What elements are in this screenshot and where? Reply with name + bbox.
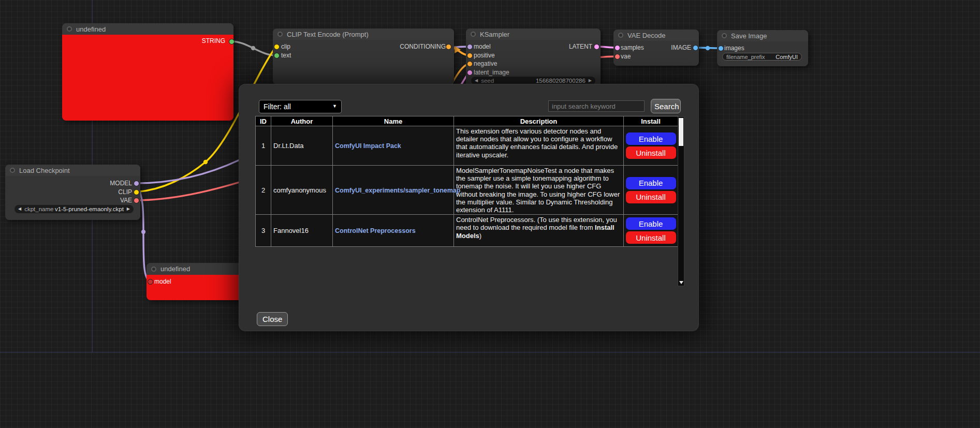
table-scrollbar[interactable] bbox=[678, 116, 684, 286]
node-title: KSampler bbox=[480, 31, 509, 38]
node-title-bar[interactable]: KSampler bbox=[466, 28, 601, 40]
collapse-dot-icon[interactable] bbox=[618, 33, 623, 38]
input-slot-clip[interactable] bbox=[274, 44, 280, 50]
custom-nodes-manager-dialog: Filter: all ▼ Search ID Author Name Desc… bbox=[239, 84, 698, 331]
cell-install: Enable Uninstall bbox=[624, 215, 678, 247]
wire-dot bbox=[141, 230, 145, 234]
uninstall-button[interactable]: Uninstall bbox=[626, 231, 676, 244]
ckpt-name-value: v1-5-pruned-emaonly.ckpt bbox=[55, 206, 124, 212]
input-slot-model[interactable] bbox=[148, 279, 153, 285]
enable-button[interactable]: Enable bbox=[626, 132, 676, 145]
description-text: This extension offers various detector n… bbox=[456, 127, 618, 159]
enable-button[interactable]: Enable bbox=[626, 177, 676, 189]
scrollbar-thumb[interactable] bbox=[679, 118, 683, 146]
output-slot-image[interactable] bbox=[693, 45, 698, 51]
input-label-samples: samples bbox=[621, 44, 644, 51]
node-title-bar[interactable]: Load Checkpoint bbox=[5, 165, 140, 176]
description-text: ModelSamplerTonemapNoiseTest a node that… bbox=[456, 167, 620, 214]
input-label-vae: vae bbox=[621, 53, 631, 60]
collapse-dot-icon[interactable] bbox=[67, 26, 72, 32]
input-slot-positive[interactable] bbox=[467, 53, 473, 58]
cell-name: ControlNet Preprocessors bbox=[333, 215, 454, 247]
input-label-latent-image: latent_image bbox=[474, 69, 509, 76]
scrollbar-down-arrow-icon[interactable] bbox=[679, 281, 683, 284]
prev-arrow-icon[interactable]: ◀ bbox=[18, 207, 21, 211]
output-slot-string[interactable] bbox=[229, 39, 235, 45]
table-row: 3 Fannovel16 ControlNet Preprocessors Co… bbox=[256, 215, 678, 247]
collapse-dot-icon[interactable] bbox=[10, 168, 15, 173]
extension-link[interactable]: ComfyUI_experiments/sampler_tonemap bbox=[335, 187, 460, 194]
node-title: undefined bbox=[160, 265, 190, 273]
cell-id: 3 bbox=[256, 215, 271, 247]
wire-dot bbox=[203, 160, 208, 164]
ckpt-name-widget[interactable]: ◀ ckpt_name v1-5-pruned-emaonly.ckpt ▶ bbox=[14, 205, 134, 213]
cell-description: ModelSamplerTonemapNoiseTest a node that… bbox=[454, 166, 624, 215]
wire-dot bbox=[251, 46, 255, 50]
input-label-negative: negative bbox=[474, 60, 497, 67]
input-slot-vae[interactable] bbox=[615, 54, 620, 60]
cell-install: Enable Uninstall bbox=[624, 166, 678, 215]
input-slot-images[interactable] bbox=[718, 46, 724, 51]
output-label-image: IMAGE bbox=[671, 44, 691, 51]
cell-id: 2 bbox=[256, 166, 271, 215]
node-title-bar[interactable]: Save Image bbox=[717, 30, 808, 41]
node-undefined-top[interactable]: undefined STRING bbox=[62, 23, 233, 121]
next-arrow-icon[interactable]: ▶ bbox=[127, 207, 130, 211]
output-slot-conditioning[interactable] bbox=[446, 44, 451, 50]
seed-widget-label: seed bbox=[481, 78, 494, 84]
collapse-dot-icon[interactable] bbox=[722, 33, 727, 38]
node-title: Save Image bbox=[731, 32, 767, 40]
node-vae-decode[interactable]: VAE Decode samples vae IMAGE bbox=[613, 29, 699, 66]
col-header-id: ID bbox=[256, 116, 271, 126]
ckpt-name-label: ckpt_name bbox=[24, 206, 53, 212]
node-title-bar[interactable]: undefined bbox=[62, 23, 233, 35]
increment-arrow-icon[interactable]: ▶ bbox=[589, 79, 592, 83]
node-title-bar[interactable]: VAE Decode bbox=[613, 29, 699, 41]
extension-link[interactable]: ControlNet Preprocessors bbox=[335, 227, 416, 234]
input-slot-samples[interactable] bbox=[615, 45, 620, 51]
filename-prefix-widget[interactable]: filename_prefix ComfyUI bbox=[722, 53, 802, 61]
cell-id: 1 bbox=[256, 126, 271, 166]
output-slot-latent[interactable] bbox=[594, 44, 599, 50]
cell-description: This extension offers various detector n… bbox=[454, 126, 624, 166]
input-label-clip: clip bbox=[281, 43, 290, 50]
node-clip-text-encode[interactable]: CLIP Text Encode (Prompt) clip text COND… bbox=[273, 28, 454, 84]
description-text: ) bbox=[479, 232, 481, 240]
node-save-image[interactable]: Save Image images filename_prefix ComfyU… bbox=[717, 30, 808, 66]
collapse-dot-icon[interactable] bbox=[471, 32, 476, 37]
extension-link[interactable]: ComfyUI Impact Pack bbox=[335, 142, 401, 150]
description-text: ControlNet Preprocessors. (To use this e… bbox=[456, 216, 617, 231]
decrement-arrow-icon[interactable]: ◀ bbox=[475, 79, 478, 83]
close-button[interactable]: Close bbox=[257, 312, 288, 326]
extensions-table: ID Author Name Description Install 1 Dr.… bbox=[255, 116, 678, 247]
output-slot-vae[interactable] bbox=[134, 198, 139, 203]
uninstall-button[interactable]: Uninstall bbox=[626, 191, 676, 203]
filter-dropdown[interactable]: Filter: all ▼ bbox=[259, 100, 342, 113]
node-body bbox=[62, 35, 233, 121]
filename-prefix-label: filename_prefix bbox=[726, 54, 765, 60]
wire-dot bbox=[706, 46, 710, 50]
node-load-checkpoint[interactable]: Load Checkpoint MODEL CLIP VAE ◀ ckpt_na… bbox=[5, 165, 140, 220]
output-slot-clip[interactable] bbox=[134, 189, 139, 195]
node-title: undefined bbox=[76, 25, 106, 33]
cell-description: ControlNet Preprocessors. (To use this e… bbox=[454, 215, 624, 247]
input-slot-latent-image[interactable] bbox=[467, 70, 473, 76]
input-slot-model[interactable] bbox=[467, 44, 473, 50]
seed-widget[interactable]: ◀ seed 156680208700286 ▶ bbox=[471, 77, 595, 85]
table-row: 1 Dr.Lt.Data ComfyUI Impact Pack This ex… bbox=[256, 126, 678, 166]
input-slot-text[interactable] bbox=[274, 53, 280, 58]
collapse-dot-icon[interactable] bbox=[277, 32, 283, 37]
col-header-description: Description bbox=[454, 116, 624, 126]
search-input[interactable] bbox=[548, 100, 645, 112]
enable-button[interactable]: Enable bbox=[626, 217, 676, 230]
output-slot-model[interactable] bbox=[134, 181, 139, 186]
uninstall-button[interactable]: Uninstall bbox=[626, 146, 676, 159]
output-label-vae: VAE bbox=[120, 197, 132, 204]
filter-select[interactable]: Filter: all bbox=[259, 100, 342, 113]
output-label-latent: LATENT bbox=[569, 43, 592, 50]
collapse-dot-icon[interactable] bbox=[151, 267, 156, 272]
search-button[interactable]: Search bbox=[651, 99, 681, 113]
node-title-bar[interactable]: CLIP Text Encode (Prompt) bbox=[273, 28, 454, 40]
input-slot-negative[interactable] bbox=[467, 61, 473, 67]
input-label-positive: positive bbox=[474, 52, 495, 59]
